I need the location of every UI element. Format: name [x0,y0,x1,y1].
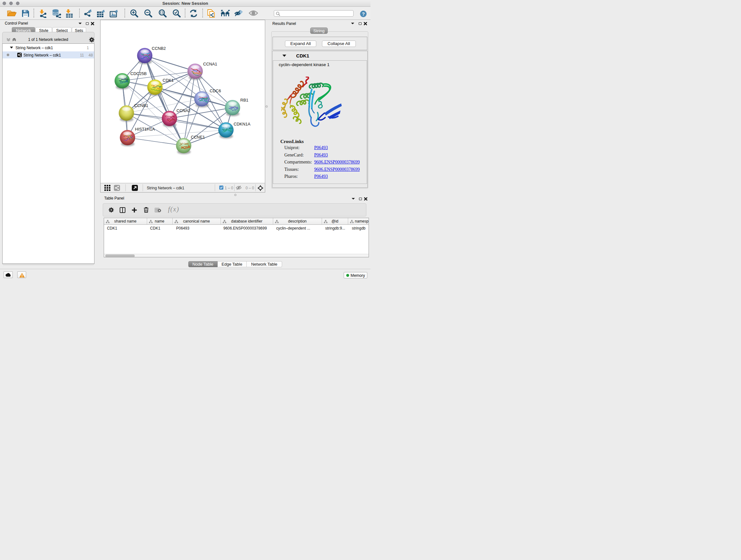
svg-text:HIST1H1A: HIST1H1A [135,127,155,132]
svg-text:CDKN1A: CDKN1A [233,122,251,126]
svg-text:CCNE1: CCNE1 [191,135,205,139]
svg-text:CCNA1: CCNA1 [203,62,217,66]
svg-text:CDK1: CDK1 [163,78,174,83]
svg-text:CCNA2: CCNA2 [177,108,191,113]
svg-text:RB1: RB1 [240,98,248,103]
svg-text:CCNB2: CCNB2 [152,46,166,51]
svg-text:CDC25B: CDC25B [131,71,147,76]
svg-text:CDC6: CDC6 [210,88,221,93]
svg-text:?: ? [362,11,365,16]
svg-text:CCNB1: CCNB1 [134,103,148,108]
